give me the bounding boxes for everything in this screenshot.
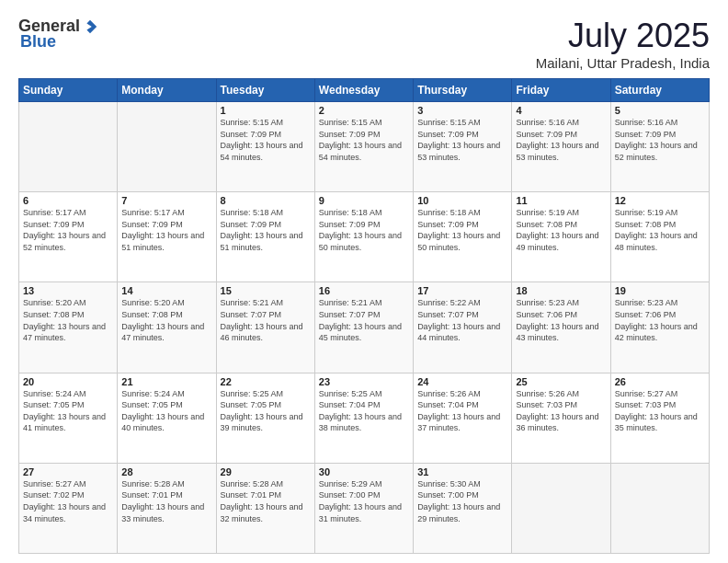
day-info: Sunrise: 5:28 AMSunset: 7:01 PMDaylight:… (221, 478, 311, 524)
calendar-header-row: SundayMondayTuesdayWednesdayThursdayFrid… (19, 79, 710, 102)
calendar-cell: 11Sunrise: 5:19 AMSunset: 7:08 PMDayligh… (512, 192, 610, 282)
calendar-cell: 7Sunrise: 5:17 AMSunset: 7:09 PMDaylight… (118, 192, 216, 282)
header: General Blue July 2025 Mailani, Uttar Pr… (18, 17, 710, 71)
day-info: Sunrise: 5:27 AMSunset: 7:03 PMDaylight:… (615, 388, 705, 434)
day-number: 5 (615, 105, 705, 116)
day-number: 9 (319, 195, 409, 206)
calendar-cell: 15Sunrise: 5:21 AMSunset: 7:07 PMDayligh… (216, 282, 314, 373)
calendar-cell (610, 463, 709, 553)
day-info: Sunrise: 5:17 AMSunset: 7:09 PMDaylight:… (121, 207, 211, 253)
calendar-week-row: 13Sunrise: 5:20 AMSunset: 7:08 PMDayligh… (19, 282, 710, 373)
logo: General Blue (18, 17, 98, 52)
day-number: 8 (221, 195, 311, 206)
day-info: Sunrise: 5:24 AMSunset: 7:05 PMDaylight:… (121, 388, 211, 434)
day-info: Sunrise: 5:16 AMSunset: 7:09 PMDaylight:… (516, 117, 606, 163)
day-info: Sunrise: 5:22 AMSunset: 7:07 PMDaylight:… (417, 297, 507, 343)
day-number: 14 (121, 285, 211, 296)
day-number: 27 (23, 466, 113, 477)
day-info: Sunrise: 5:21 AMSunset: 7:07 PMDaylight:… (221, 297, 311, 343)
calendar-cell: 30Sunrise: 5:29 AMSunset: 7:00 PMDayligh… (314, 463, 413, 553)
calendar-cell: 9Sunrise: 5:18 AMSunset: 7:09 PMDaylight… (314, 192, 413, 282)
day-info: Sunrise: 5:19 AMSunset: 7:08 PMDaylight:… (516, 207, 606, 253)
day-info: Sunrise: 5:25 AMSunset: 7:04 PMDaylight:… (319, 388, 409, 434)
day-number: 13 (23, 285, 113, 296)
day-number: 3 (417, 105, 507, 116)
calendar-cell: 31Sunrise: 5:30 AMSunset: 7:00 PMDayligh… (414, 463, 512, 553)
day-info: Sunrise: 5:28 AMSunset: 7:01 PMDaylight:… (121, 478, 211, 524)
day-info: Sunrise: 5:24 AMSunset: 7:05 PMDaylight:… (23, 388, 113, 434)
day-info: Sunrise: 5:15 AMSunset: 7:09 PMDaylight:… (221, 117, 311, 163)
day-number: 18 (516, 285, 606, 296)
day-info: Sunrise: 5:18 AMSunset: 7:09 PMDaylight:… (221, 207, 311, 253)
calendar-day-header: Saturday (610, 79, 709, 102)
month-title: July 2025 (536, 17, 710, 55)
calendar-cell: 13Sunrise: 5:20 AMSunset: 7:08 PMDayligh… (19, 282, 118, 373)
calendar-cell (512, 463, 610, 553)
day-number: 19 (615, 285, 705, 296)
calendar-cell: 18Sunrise: 5:23 AMSunset: 7:06 PMDayligh… (512, 282, 610, 373)
calendar-cell: 3Sunrise: 5:15 AMSunset: 7:09 PMDaylight… (414, 102, 512, 192)
day-number: 25 (516, 376, 606, 387)
calendar-cell: 22Sunrise: 5:25 AMSunset: 7:05 PMDayligh… (216, 373, 314, 463)
day-number: 16 (319, 285, 409, 296)
location: Mailani, Uttar Pradesh, India (536, 55, 710, 71)
day-info: Sunrise: 5:25 AMSunset: 7:05 PMDaylight:… (221, 388, 311, 434)
calendar-cell: 20Sunrise: 5:24 AMSunset: 7:05 PMDayligh… (19, 373, 118, 463)
calendar-cell: 4Sunrise: 5:16 AMSunset: 7:09 PMDaylight… (512, 102, 610, 192)
calendar-cell: 26Sunrise: 5:27 AMSunset: 7:03 PMDayligh… (610, 373, 709, 463)
day-number: 31 (417, 466, 507, 477)
calendar-week-row: 6Sunrise: 5:17 AMSunset: 7:09 PMDaylight… (19, 192, 710, 282)
day-number: 23 (319, 376, 409, 387)
calendar-cell: 17Sunrise: 5:22 AMSunset: 7:07 PMDayligh… (414, 282, 512, 373)
svg-marker-0 (86, 19, 97, 32)
day-info: Sunrise: 5:15 AMSunset: 7:09 PMDaylight:… (417, 117, 507, 163)
calendar-cell: 29Sunrise: 5:28 AMSunset: 7:01 PMDayligh… (216, 463, 314, 553)
calendar-cell: 12Sunrise: 5:19 AMSunset: 7:08 PMDayligh… (610, 192, 709, 282)
calendar-cell: 2Sunrise: 5:15 AMSunset: 7:09 PMDaylight… (314, 102, 413, 192)
day-info: Sunrise: 5:23 AMSunset: 7:06 PMDaylight:… (516, 297, 606, 343)
day-info: Sunrise: 5:16 AMSunset: 7:09 PMDaylight:… (615, 117, 705, 163)
calendar-cell (118, 102, 216, 192)
day-info: Sunrise: 5:17 AMSunset: 7:09 PMDaylight:… (23, 207, 113, 253)
calendar-cell: 27Sunrise: 5:27 AMSunset: 7:02 PMDayligh… (19, 463, 118, 553)
calendar-cell: 23Sunrise: 5:25 AMSunset: 7:04 PMDayligh… (314, 373, 413, 463)
day-number: 20 (23, 376, 113, 387)
calendar-cell: 10Sunrise: 5:18 AMSunset: 7:09 PMDayligh… (414, 192, 512, 282)
calendar-week-row: 20Sunrise: 5:24 AMSunset: 7:05 PMDayligh… (19, 373, 710, 463)
calendar-cell: 21Sunrise: 5:24 AMSunset: 7:05 PMDayligh… (118, 373, 216, 463)
day-info: Sunrise: 5:27 AMSunset: 7:02 PMDaylight:… (23, 478, 113, 524)
day-number: 12 (615, 195, 705, 206)
day-info: Sunrise: 5:19 AMSunset: 7:08 PMDaylight:… (615, 207, 705, 253)
day-info: Sunrise: 5:29 AMSunset: 7:00 PMDaylight:… (319, 478, 409, 524)
calendar-week-row: 1Sunrise: 5:15 AMSunset: 7:09 PMDaylight… (19, 102, 710, 192)
calendar-cell: 6Sunrise: 5:17 AMSunset: 7:09 PMDaylight… (19, 192, 118, 282)
calendar-day-header: Tuesday (216, 79, 314, 102)
calendar-day-header: Thursday (414, 79, 512, 102)
page: General Blue July 2025 Mailani, Uttar Pr… (0, 0, 728, 563)
calendar-day-header: Monday (118, 79, 216, 102)
day-number: 22 (221, 376, 311, 387)
logo-blue-text: Blue (20, 32, 56, 52)
day-number: 1 (221, 105, 311, 116)
day-number: 29 (221, 466, 311, 477)
day-number: 17 (417, 285, 507, 296)
day-number: 15 (221, 285, 311, 296)
calendar-day-header: Friday (512, 79, 610, 102)
day-number: 11 (516, 195, 606, 206)
calendar-cell (19, 102, 118, 192)
calendar-cell: 1Sunrise: 5:15 AMSunset: 7:09 PMDaylight… (216, 102, 314, 192)
calendar-cell: 14Sunrise: 5:20 AMSunset: 7:08 PMDayligh… (118, 282, 216, 373)
day-info: Sunrise: 5:21 AMSunset: 7:07 PMDaylight:… (319, 297, 409, 343)
day-number: 10 (417, 195, 507, 206)
calendar-cell: 24Sunrise: 5:26 AMSunset: 7:04 PMDayligh… (414, 373, 512, 463)
day-number: 21 (121, 376, 211, 387)
title-section: July 2025 Mailani, Uttar Pradesh, India (536, 17, 710, 71)
day-info: Sunrise: 5:18 AMSunset: 7:09 PMDaylight:… (417, 207, 507, 253)
logo-icon (82, 18, 98, 35)
day-number: 4 (516, 105, 606, 116)
day-info: Sunrise: 5:18 AMSunset: 7:09 PMDaylight:… (319, 207, 409, 253)
day-number: 6 (23, 195, 113, 206)
day-number: 7 (121, 195, 211, 206)
day-info: Sunrise: 5:26 AMSunset: 7:03 PMDaylight:… (516, 388, 606, 434)
day-number: 28 (121, 466, 211, 477)
